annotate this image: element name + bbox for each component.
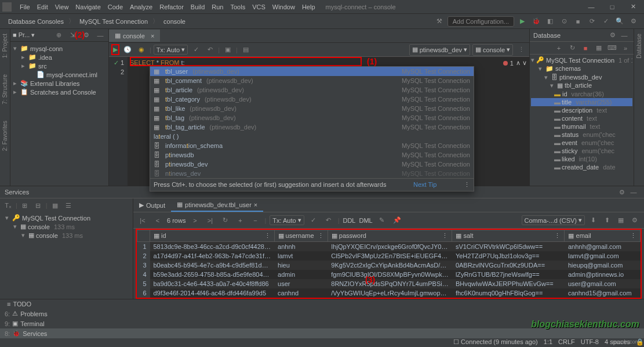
- db-tree-item[interactable]: ▬ titlevarchar(255): [531, 98, 632, 106]
- grid-cell[interactable]: 0ABRzvlNVGcuTrx0Kz9UDA==: [452, 261, 565, 270]
- grid-cell[interactable]: 9Kg5V2ct2xIgCxYipAnkBd4bAcmAsD/1ZXVQgZcP…: [328, 261, 452, 270]
- grid-view-icon[interactable]: ▦: [615, 215, 627, 226]
- completion-item[interactable]: ▦tbl_category(ptinewsdb_dev)MySQL Test C…: [150, 95, 474, 104]
- grid-cell[interactable]: lamvt@gmail.com: [565, 251, 641, 261]
- menu-navigate[interactable]: Navigate: [72, 2, 104, 12]
- menu-code[interactable]: Code: [104, 2, 126, 12]
- btm-services[interactable]: 8:🐞Services: [0, 328, 644, 338]
- grid-cell[interactable]: lamvt: [274, 251, 328, 261]
- db-tree-item[interactable]: ▬ thumnailtext: [531, 122, 632, 131]
- stop-icon[interactable]: ■: [572, 16, 584, 27]
- grid-cell[interactable]: Cl5Pb2vIF3MpUz2En7BtSE+iEUEGF4PE0kbp7kMu…: [328, 251, 452, 261]
- grid-cell[interactable]: fhc6K0numq00gHhFBlqGog==: [452, 288, 565, 298]
- btm-problems[interactable]: 6:⚠Problems: [0, 309, 644, 319]
- grid-cell[interactable]: BHvqwIwWAxJERPPhuWEvGw==: [452, 279, 565, 288]
- pin-icon[interactable]: 📌: [391, 215, 403, 226]
- menu-build[interactable]: Build: [187, 2, 208, 12]
- inspection-strip[interactable]: 1 ∧ ∨: [503, 59, 527, 67]
- more-icon[interactable]: ⋮: [515, 44, 527, 56]
- col-header[interactable]: ▦ salt ⋮: [452, 230, 565, 242]
- coverage-icon[interactable]: ◧: [544, 16, 556, 27]
- completion-item[interactable]: ▦tbl_tag(ptinewsdb_dev)MySQL Test Connec…: [150, 113, 474, 122]
- history-icon[interactable]: 🕓: [122, 44, 133, 56]
- grid-cell[interactable]: fgm9ClUB3gIOI/DS8XMpBFyvn0Wwpkxpk+KsrFi8…: [328, 270, 452, 279]
- grid-cell[interactable]: anhnh: [274, 242, 328, 252]
- col-header[interactable]: ▦ id ⋮: [150, 230, 275, 242]
- db-tree-item[interactable]: ▬ contenttext: [531, 114, 632, 122]
- grid-cell[interactable]: d9f3e46f-2014-4f46-ac48-dfd446fa99d5: [150, 288, 275, 298]
- col-header[interactable]: ▦ password ⋮: [328, 230, 452, 242]
- project-tree[interactable]: ▾📁mysql-conn (2) ▸📁.idea▸📁src📄mysql-conn…: [10, 42, 108, 99]
- grid-cell[interactable]: a17d4d97-a41f-4eb2-963b-7a47cde31fba: [150, 251, 275, 261]
- db-console-icon[interactable]: ⌨: [606, 42, 618, 54]
- completion-item[interactable]: 🗄ntinews_devMySQL Test Connection: [150, 169, 474, 178]
- db-tree-item[interactable]: ▬ created_datedate: [531, 163, 632, 171]
- hide-icon[interactable]: —: [94, 30, 106, 41]
- commit-icon[interactable]: ✓: [190, 44, 202, 56]
- menu-window[interactable]: Window: [269, 2, 299, 12]
- db-tree-item[interactable]: ▬ eventenum('chec: [531, 139, 632, 147]
- console-combo[interactable]: ▦ console ▾: [472, 44, 513, 56]
- add-configuration-button[interactable]: Add Configuration...: [447, 16, 514, 27]
- grid-settings-icon[interactable]: ⚙: [629, 215, 641, 226]
- upload-icon[interactable]: ⬆: [601, 215, 613, 226]
- rail-project[interactable]: 1: Project: [2, 31, 8, 60]
- schema-combo[interactable]: ▦ ptinewsdb_dev ▾: [409, 44, 470, 56]
- menu-tools[interactable]: Tools: [227, 2, 249, 12]
- db-gear-icon[interactable]: ⚙: [607, 30, 618, 41]
- execute-button[interactable]: ▶: [111, 44, 119, 55]
- vcs-commit-icon[interactable]: ✓: [600, 16, 612, 27]
- svc-tree-item[interactable]: ▾▦console 133 ms: [3, 222, 129, 231]
- grid-cell[interactable]: b59e3add-2659-4758-b85a-d5e9fe804e89: [150, 270, 275, 279]
- profile-icon[interactable]: ⊙: [558, 16, 570, 27]
- export-combo[interactable]: Comma-...d (CSV) ▾: [522, 215, 585, 225]
- grid-cell[interactable]: sV1CriCVRVtrkWCp6I5dww==: [452, 242, 565, 252]
- rollback-icon[interactable]: ↶: [204, 44, 216, 56]
- tx-combo[interactable]: Tx: Auto▾: [154, 45, 188, 55]
- completion-item[interactable]: ▦tbl_user(ptinewsdb_dev)MySQL Test Conne…: [150, 67, 474, 76]
- database-tree[interactable]: ▾🔑MySQL Test Connection1 of 11 ▾📁 schema…: [530, 55, 634, 172]
- grid-cell[interactable]: admin@ptinnews.io: [565, 270, 641, 279]
- view-icon[interactable]: ▤: [240, 44, 252, 56]
- grid-cell[interactable]: lZyRnGTUB/B27jneWswlfg==: [452, 270, 565, 279]
- grid-cell[interactable]: user@gmail.com: [565, 279, 641, 288]
- remove-row-icon[interactable]: −: [249, 215, 261, 226]
- menu-vcs[interactable]: VCS: [249, 2, 269, 12]
- completion-item[interactable]: 🗄information_schemaMySQL Test Connection: [150, 141, 474, 150]
- ddl-button[interactable]: DDL: [343, 217, 355, 224]
- breadcrumb-1[interactable]: Database Consoles: [5, 17, 67, 26]
- db-tree-item[interactable]: ▾🗄 ptinewsdb_dev: [531, 73, 632, 81]
- db-hide-icon[interactable]: —: [618, 30, 630, 41]
- db-tree-item[interactable]: ▬ descriptiontext: [531, 106, 632, 114]
- completion-item[interactable]: ▦tbl_like(ptinewsdb_dev)MySQL Test Conne…: [150, 104, 474, 113]
- menu-edit[interactable]: Edit: [34, 2, 52, 12]
- db-tree-item[interactable]: ▬ statusenum('chec: [531, 131, 632, 139]
- menu-help[interactable]: Help: [299, 2, 319, 12]
- svc-gear-icon[interactable]: ⚙: [616, 186, 628, 198]
- grid-cell[interactable]: 5813dc9e-8be3-46cc-a2cd-d9c0cf442855: [150, 242, 275, 252]
- menu-analyze[interactable]: Analyze: [126, 2, 156, 12]
- grid-tx-combo[interactable]: Tx: Auto ▾: [270, 215, 304, 225]
- svc-grid-icon[interactable]: ▦: [49, 200, 61, 211]
- db-tree-item[interactable]: ▾📁 schemas: [531, 64, 632, 73]
- tab-console[interactable]: ▦console×: [109, 30, 160, 42]
- svc-filter-icon[interactable]: ☰: [63, 200, 74, 211]
- tab-result[interactable]: ▦ptinewsdb_dev.tbl_user×: [171, 198, 263, 212]
- project-dropdown[interactable]: ■ Pr... ▾: [13, 31, 35, 39]
- grid-cell[interactable]: /VyYbGWIUqEp+eLrRcy4uImjLgmwopeIygi5yVaA…: [328, 288, 452, 298]
- settings-icon[interactable]: ⚙: [628, 16, 639, 27]
- grid-cell[interactable]: hieupq@gmail.com: [565, 261, 641, 270]
- project-root[interactable]: mysql-conn: [30, 45, 63, 52]
- rail-structure[interactable]: 7: Structure: [2, 72, 8, 107]
- completion-popup[interactable]: ▦tbl_user(ptinewsdb_dev)MySQL Test Conne…: [150, 66, 474, 191]
- next-tip-link[interactable]: Next Tip: [413, 181, 436, 189]
- breadcrumb-3[interactable]: console: [160, 17, 189, 26]
- menu-view[interactable]: View: [52, 2, 72, 12]
- completion-item[interactable]: ▦tbl_tag_article(ptinewsdb_dev)MySQL Tes…: [150, 122, 474, 132]
- project-item[interactable]: 📄mysql-connect.iml: [12, 70, 107, 79]
- cancel-query-icon[interactable]: ▣: [222, 44, 234, 56]
- vcs-update-icon[interactable]: ⟳: [586, 16, 598, 27]
- completion-item[interactable]: lateral ( ): [150, 132, 474, 141]
- minimize-icon[interactable]: —: [583, 1, 600, 13]
- db-nav-icon[interactable]: »: [620, 42, 631, 54]
